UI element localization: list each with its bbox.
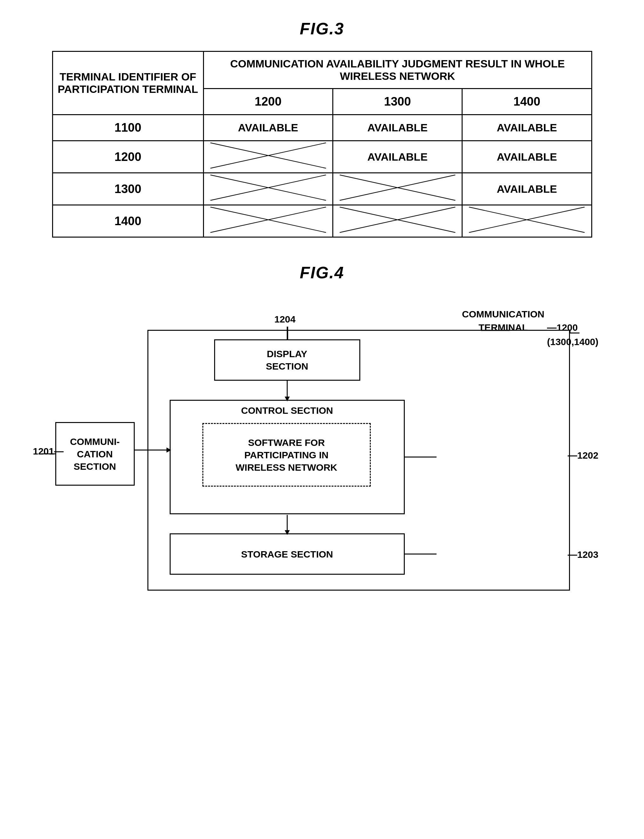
comm-terminal-label: COMMUNICATIONTERMINAL xyxy=(462,308,544,334)
ref-label-1202: —1202 xyxy=(568,450,598,461)
table-cell-r2c1 xyxy=(333,173,462,205)
table-cell-r2c0 xyxy=(203,173,333,205)
table-cell-r0c0: AVAILABLE xyxy=(203,115,333,141)
table-cell-r2c2: AVAILABLE xyxy=(462,173,591,205)
table-cell-r1c1: AVAILABLE xyxy=(333,141,462,173)
table-cell-r1c0 xyxy=(203,141,333,173)
ref-label-1201: 1201— xyxy=(33,446,64,457)
fig3-table: TERMINAL IDENTIFIER OF PARTICIPATION TER… xyxy=(52,51,592,237)
control-section-box: CONTROL SECTION SOFTWARE FORPARTICIPATIN… xyxy=(170,400,405,514)
label-1204: 1204 xyxy=(274,314,296,325)
comm-section-label: COMMUNI-CATIONSECTION xyxy=(70,435,120,473)
display-section-label: DISPLAYSECTION xyxy=(266,348,308,373)
comm-section-box: COMMUNI-CATIONSECTION xyxy=(55,422,135,486)
table-header-comm-availability: COMMUNICATION AVAILABILITY JUDGMENT RESU… xyxy=(203,51,591,89)
ref-label-1203: —1203 xyxy=(568,549,598,560)
software-label: SOFTWARE FORPARTICIPATING INWIRELESS NET… xyxy=(236,436,337,473)
table-row-id-1300: 1300 xyxy=(53,173,203,205)
table-subheader-1200: 1200 xyxy=(203,89,333,115)
fig4-title: FIG.4 xyxy=(0,237,644,301)
table-cell-r3c1 xyxy=(333,205,462,237)
fig3-table-container: TERMINAL IDENTIFIER OF PARTICIPATION TER… xyxy=(52,51,592,237)
table-row-id-1100: 1100 xyxy=(53,115,203,141)
table-cell-r3c2 xyxy=(462,205,591,237)
table-row-id-1400: 1400 xyxy=(53,205,203,237)
ref-label-1200: —1200(1300,1400) xyxy=(547,320,598,349)
table-subheader-1400: 1400 xyxy=(462,89,591,115)
display-section-box: DISPLAYSECTION xyxy=(214,340,360,381)
storage-section-label: STORAGE SECTION xyxy=(241,548,333,560)
table-cell-r0c2: AVAILABLE xyxy=(462,115,591,141)
table-cell-r1c2: AVAILABLE xyxy=(462,141,591,173)
control-section-label: CONTROL SECTION xyxy=(241,405,333,416)
table-cell-r3c0 xyxy=(203,205,333,237)
table-cell-r0c1: AVAILABLE xyxy=(333,115,462,141)
table-header-terminal: TERMINAL IDENTIFIER OF PARTICIPATION TER… xyxy=(53,51,203,115)
fig3-title: FIG.3 xyxy=(0,0,644,51)
table-subheader-1300: 1300 xyxy=(333,89,462,115)
fig4-diagram: 1204 COMMUNICATIONTERMINAL DISPLAY xyxy=(36,301,608,635)
table-row-id-1200: 1200 xyxy=(53,141,203,173)
software-box: SOFTWARE FORPARTICIPATING INWIRELESS NET… xyxy=(202,423,371,486)
storage-section-box: STORAGE SECTION xyxy=(170,533,405,575)
